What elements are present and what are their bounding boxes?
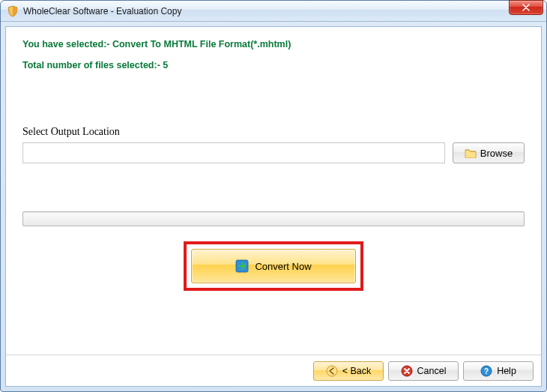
help-icon: ? bbox=[480, 365, 492, 377]
back-button-label: < Back bbox=[342, 366, 372, 376]
close-icon bbox=[522, 4, 530, 11]
output-location-block: Select Output Location Browse bbox=[6, 85, 541, 163]
window-title: WholeClear Software - Evaluation Copy bbox=[23, 6, 509, 16]
back-button[interactable]: < Back bbox=[313, 361, 384, 381]
back-icon bbox=[326, 365, 338, 377]
output-location-input[interactable] bbox=[22, 142, 445, 163]
svg-point-1 bbox=[327, 366, 337, 376]
help-button[interactable]: ? Help bbox=[463, 361, 534, 381]
cancel-icon bbox=[401, 365, 413, 377]
output-location-row: Browse bbox=[22, 142, 525, 163]
folder-icon bbox=[465, 148, 477, 158]
convert-now-label: Convert Now bbox=[255, 261, 311, 272]
browse-button[interactable]: Browse bbox=[453, 142, 525, 163]
progress-bar bbox=[22, 211, 525, 226]
window-close-button[interactable] bbox=[509, 0, 543, 15]
output-location-label: Select Output Location bbox=[22, 126, 525, 138]
browse-button-label: Browse bbox=[480, 148, 513, 159]
content-panel: You have selected:- Convert To MHTML Fil… bbox=[5, 26, 542, 387]
highlight-box: Convert Now bbox=[184, 241, 363, 291]
help-button-label: Help bbox=[497, 366, 516, 376]
svg-text:?: ? bbox=[484, 367, 489, 376]
app-icon bbox=[7, 5, 19, 17]
cancel-button-label: Cancel bbox=[417, 366, 447, 376]
selection-summary: You have selected:- Convert To MHTML Fil… bbox=[22, 39, 525, 49]
progress-area bbox=[6, 163, 541, 234]
convert-now-button[interactable]: Convert Now bbox=[191, 249, 356, 283]
app-window: WholeClear Software - Evaluation Copy Yo… bbox=[0, 0, 547, 392]
summary-block: You have selected:- Convert To MHTML Fil… bbox=[6, 27, 541, 85]
convert-button-container: Convert Now bbox=[6, 234, 541, 291]
cancel-button[interactable]: Cancel bbox=[388, 361, 459, 381]
wizard-footer: < Back Cancel ? Help bbox=[6, 355, 541, 386]
convert-icon bbox=[235, 259, 249, 273]
file-count-summary: Total number of files selected:- 5 bbox=[22, 60, 525, 70]
titlebar: WholeClear Software - Evaluation Copy bbox=[1, 1, 546, 22]
